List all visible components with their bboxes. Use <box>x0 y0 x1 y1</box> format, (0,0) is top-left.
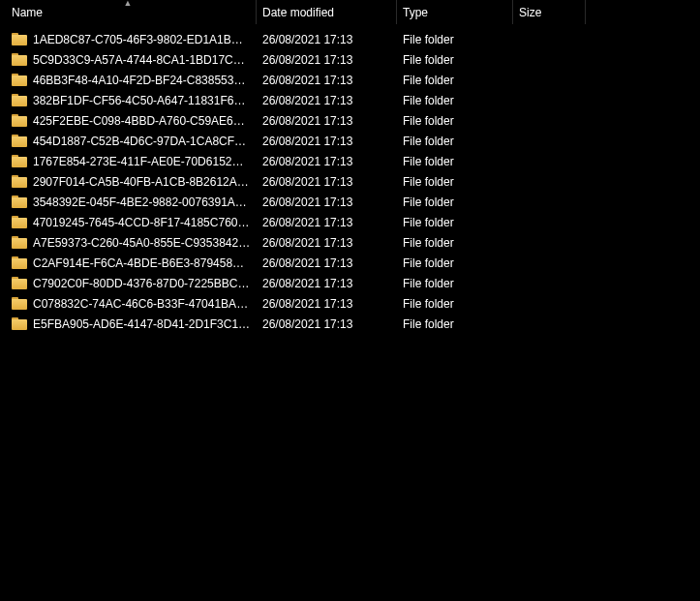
column-header-row: ▲ Name Date modified Type Size <box>0 0 700 25</box>
cell-date: 26/08/2021 17:13 <box>257 155 397 168</box>
cell-name: 47019245-7645-4CCD-8F17-4185C760B7B… <box>0 216 257 229</box>
cell-date: 26/08/2021 17:13 <box>257 277 397 290</box>
cell-type: File folder <box>397 256 513 270</box>
cell-name: C7902C0F-80DD-4376-87D0-7225BBC2D9… <box>0 277 257 290</box>
cell-date: 26/08/2021 17:13 <box>257 236 397 250</box>
column-header-type-label: Type <box>403 6 428 19</box>
table-row[interactable]: E5FBA905-AD6E-4147-8D41-2D1F3C1594…26/08… <box>0 314 700 334</box>
cell-type: File folder <box>397 114 513 128</box>
table-row[interactable]: 3548392E-045F-4BE2-9882-0076391A0C4…26/0… <box>0 192 700 212</box>
folder-icon <box>12 155 27 167</box>
column-header-extra[interactable] <box>586 0 700 24</box>
cell-date: 26/08/2021 17:13 <box>257 216 397 229</box>
cell-name: 5C9D33C9-A57A-4744-8CA1-1BD17C3A7… <box>0 53 257 67</box>
file-name: C078832C-74AC-46C6-B33F-47041BAED0… <box>33 297 251 311</box>
folder-icon <box>12 114 27 127</box>
folder-icon <box>12 135 27 147</box>
file-name: 1767E854-273E-411F-AE0E-70D6152DE66… <box>33 155 251 168</box>
cell-name: 2907F014-CA5B-40FB-A1CB-8B2612AA92… <box>0 175 257 189</box>
file-name: 1AED8C87-C705-46F3-9802-ED1A1BCAC… <box>33 33 251 46</box>
cell-type: File folder <box>397 175 513 189</box>
folder-icon <box>12 216 27 228</box>
cell-name: 3548392E-045F-4BE2-9882-0076391A0C4… <box>0 195 257 209</box>
file-name: C2AF914E-F6CA-4BDE-B6E3-879458E43D… <box>33 256 251 270</box>
column-header-date[interactable]: Date modified <box>257 0 397 24</box>
cell-type: File folder <box>397 277 513 290</box>
sort-ascending-icon: ▲ <box>124 0 133 8</box>
cell-type: File folder <box>397 94 513 107</box>
table-row[interactable]: 454D1887-C52B-4D6C-97DA-1CA8CFC02…26/08/… <box>0 131 700 151</box>
cell-date: 26/08/2021 17:13 <box>257 135 397 148</box>
cell-type: File folder <box>397 236 513 250</box>
column-header-date-label: Date modified <box>262 6 334 19</box>
table-row[interactable]: C7902C0F-80DD-4376-87D0-7225BBC2D9…26/08… <box>0 273 700 293</box>
column-header-type[interactable]: Type <box>397 0 513 24</box>
folder-icon <box>12 277 27 289</box>
folder-icon <box>12 317 27 330</box>
cell-date: 26/08/2021 17:13 <box>257 74 397 87</box>
cell-name: 1AED8C87-C705-46F3-9802-ED1A1BCAC… <box>0 33 257 46</box>
cell-type: File folder <box>397 317 513 331</box>
cell-date: 26/08/2021 17:13 <box>257 175 397 189</box>
folder-icon <box>12 195 27 208</box>
table-row[interactable]: 47019245-7645-4CCD-8F17-4185C760B7B…26/0… <box>0 212 700 232</box>
file-name: 2907F014-CA5B-40FB-A1CB-8B2612AA92… <box>33 175 251 189</box>
cell-name: 425F2EBE-C098-4BBD-A760-C59AE648B0… <box>0 114 257 128</box>
cell-type: File folder <box>397 216 513 229</box>
cell-name: C078832C-74AC-46C6-B33F-47041BAED0… <box>0 297 257 311</box>
table-row[interactable]: 2907F014-CA5B-40FB-A1CB-8B2612AA92…26/08… <box>0 171 700 192</box>
file-name: 425F2EBE-C098-4BBD-A760-C59AE648B0… <box>33 114 251 128</box>
column-header-size[interactable]: Size <box>513 0 586 24</box>
table-row[interactable]: 1AED8C87-C705-46F3-9802-ED1A1BCAC…26/08/… <box>0 29 700 49</box>
cell-date: 26/08/2021 17:13 <box>257 33 397 46</box>
cell-date: 26/08/2021 17:13 <box>257 195 397 209</box>
table-row[interactable]: 5C9D33C9-A57A-4744-8CA1-1BD17C3A7…26/08/… <box>0 49 700 70</box>
table-row[interactable]: 46BB3F48-4A10-4F2D-BF24-C8385539D8E…26/0… <box>0 70 700 90</box>
folder-icon <box>12 53 27 66</box>
table-row[interactable]: 425F2EBE-C098-4BBD-A760-C59AE648B0…26/08… <box>0 110 700 131</box>
cell-name: 1767E854-273E-411F-AE0E-70D6152DE66… <box>0 155 257 168</box>
cell-name: 46BB3F48-4A10-4F2D-BF24-C8385539D8E… <box>0 74 257 87</box>
file-name: 3548392E-045F-4BE2-9882-0076391A0C4… <box>33 195 251 209</box>
table-row[interactable]: 382BF1DF-CF56-4C50-A647-11831F650EB…26/0… <box>0 90 700 110</box>
cell-date: 26/08/2021 17:13 <box>257 297 397 311</box>
table-row[interactable]: 1767E854-273E-411F-AE0E-70D6152DE66…26/0… <box>0 151 700 171</box>
folder-icon <box>12 175 27 188</box>
table-row[interactable]: C078832C-74AC-46C6-B33F-47041BAED0…26/08… <box>0 293 700 314</box>
cell-date: 26/08/2021 17:13 <box>257 256 397 270</box>
cell-type: File folder <box>397 74 513 87</box>
file-name: 46BB3F48-4A10-4F2D-BF24-C8385539D8E… <box>33 74 251 87</box>
file-name: E5FBA905-AD6E-4147-8D41-2D1F3C1594… <box>33 317 251 331</box>
file-name: 5C9D33C9-A57A-4744-8CA1-1BD17C3A7… <box>33 53 251 67</box>
cell-name: E5FBA905-AD6E-4147-8D41-2D1F3C1594… <box>0 317 257 331</box>
cell-type: File folder <box>397 33 513 46</box>
cell-date: 26/08/2021 17:13 <box>257 114 397 128</box>
folder-icon <box>12 236 27 249</box>
folder-icon <box>12 33 27 45</box>
column-header-name-label: Name <box>12 6 43 19</box>
cell-name: A7E59373-C260-45A0-855E-C935384280E… <box>0 236 257 250</box>
file-name: A7E59373-C260-45A0-855E-C935384280E… <box>33 236 251 250</box>
folder-icon <box>12 297 27 310</box>
cell-name: C2AF914E-F6CA-4BDE-B6E3-879458E43D… <box>0 256 257 270</box>
file-list: 1AED8C87-C705-46F3-9802-ED1A1BCAC…26/08/… <box>0 25 700 334</box>
cell-type: File folder <box>397 135 513 148</box>
column-header-size-label: Size <box>519 6 541 19</box>
cell-date: 26/08/2021 17:13 <box>257 53 397 67</box>
folder-icon <box>12 94 27 106</box>
cell-type: File folder <box>397 53 513 67</box>
table-row[interactable]: A7E59373-C260-45A0-855E-C935384280E…26/0… <box>0 232 700 253</box>
cell-name: 454D1887-C52B-4D6C-97DA-1CA8CFC02… <box>0 135 257 148</box>
cell-type: File folder <box>397 297 513 311</box>
file-name: C7902C0F-80DD-4376-87D0-7225BBC2D9… <box>33 277 251 290</box>
file-name: 47019245-7645-4CCD-8F17-4185C760B7B… <box>33 216 251 229</box>
cell-type: File folder <box>397 195 513 209</box>
cell-type: File folder <box>397 155 513 168</box>
file-name: 454D1887-C52B-4D6C-97DA-1CA8CFC02… <box>33 135 251 148</box>
cell-date: 26/08/2021 17:13 <box>257 317 397 331</box>
file-name: 382BF1DF-CF56-4C50-A647-11831F650EB… <box>33 94 251 107</box>
cell-name: 382BF1DF-CF56-4C50-A647-11831F650EB… <box>0 94 257 107</box>
table-row[interactable]: C2AF914E-F6CA-4BDE-B6E3-879458E43D…26/08… <box>0 253 700 273</box>
cell-date: 26/08/2021 17:13 <box>257 94 397 107</box>
column-header-name[interactable]: ▲ Name <box>0 0 257 24</box>
